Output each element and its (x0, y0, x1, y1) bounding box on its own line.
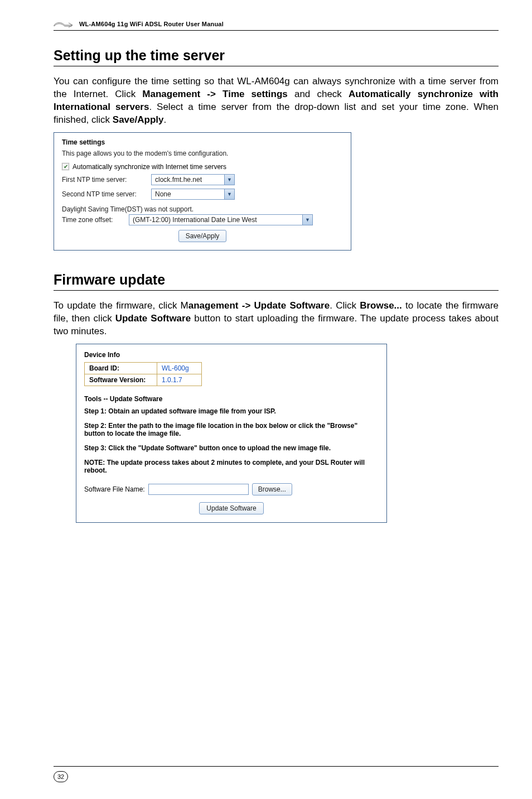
ntp1-value: clock.fmt.he.net (152, 176, 224, 184)
heading-time-server: Setting up the time server (54, 47, 499, 66)
tz-select[interactable]: (GMT-12:00) International Date Line West… (129, 214, 313, 225)
update-step-3: Step 3: Click the "Update Software" butt… (84, 444, 379, 452)
time-panel-desc: This page allows you to the modem's time… (62, 150, 343, 157)
tz-value: (GMT-12:00) International Date Line West (129, 216, 302, 224)
chevron-down-icon: ▼ (224, 189, 234, 199)
update-note: NOTE: The update process takes about 2 m… (84, 459, 379, 474)
update-software-button[interactable]: Update Software (199, 502, 263, 514)
device-info-title: Device Info (84, 351, 379, 359)
footer-rule (54, 766, 499, 767)
ntp1-select[interactable]: clock.fmt.he.net ▼ (151, 174, 235, 185)
header-title: WL-AM604g 11g WiFi ADSL Router User Manu… (79, 21, 224, 27)
chevron-down-icon: ▼ (224, 175, 234, 185)
device-info-table: Board ID: WL-600g Software Version: 1.0.… (84, 362, 202, 386)
ntp1-label: First NTP time server: (62, 176, 151, 184)
paragraph-time: You can configure the time setting so th… (54, 75, 499, 127)
update-step-1: Step 1: Obtain an updated software image… (84, 407, 379, 415)
paragraph-firmware: To update the firmware, click Management… (54, 300, 499, 338)
auto-sync-label: Automatically synchronize with Internet … (72, 163, 226, 171)
manual-header: WL-AM604g 11g WiFi ADSL Router User Manu… (54, 20, 499, 29)
header-rule (54, 30, 499, 31)
table-row: Board ID: WL-600g (85, 362, 202, 374)
time-settings-panel: Time settings This page allows you to th… (54, 132, 351, 251)
dst-note: Daylight Saving Time(DST) was not suppor… (62, 205, 343, 213)
auto-sync-row: ✔ Automatically synchronize with Interne… (62, 163, 343, 171)
board-id-label: Board ID: (85, 362, 157, 374)
page-number: 32 (54, 771, 68, 782)
tz-label: Time zone offset: (62, 216, 129, 224)
tools-title: Tools -- Update Software (84, 395, 379, 403)
board-id-value: WL-600g (157, 362, 202, 374)
header-icon (54, 20, 74, 28)
heading-firmware-update: Firmware update (54, 272, 499, 291)
chevron-down-icon: ▼ (302, 215, 312, 225)
sw-version-label: Software Version: (85, 374, 157, 386)
browse-button[interactable]: Browse... (252, 483, 292, 495)
file-label: Software File Name: (84, 485, 145, 493)
auto-sync-checkbox[interactable]: ✔ (62, 163, 69, 170)
time-panel-title: Time settings (62, 138, 343, 146)
software-file-input[interactable] (148, 484, 249, 495)
ntp2-value: None (152, 190, 224, 198)
ntp2-label: Second NTP time server: (62, 190, 151, 198)
save-apply-button[interactable]: Save/Apply (178, 230, 227, 242)
update-software-panel: Device Info Board ID: WL-600g Software V… (76, 344, 387, 523)
ntp2-select[interactable]: None ▼ (151, 189, 235, 200)
table-row: Software Version: 1.0.1.7 (85, 374, 202, 386)
sw-version-value: 1.0.1.7 (157, 374, 202, 386)
update-step-2: Step 2: Enter the path to the image file… (84, 422, 379, 437)
